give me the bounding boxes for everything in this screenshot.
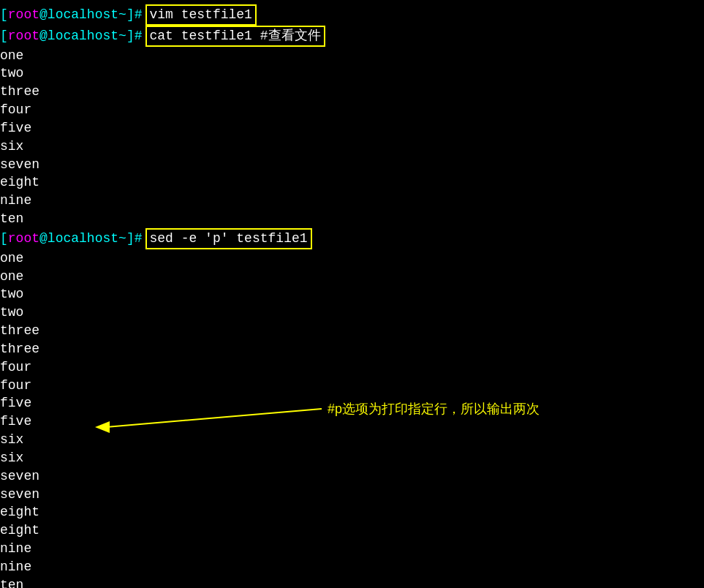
- prompt-host-3: localhost: [48, 230, 118, 248]
- prompt-at-1: @: [39, 6, 48, 24]
- prompt-hash-2: #: [135, 27, 143, 45]
- bracket-open-2: [: [0, 27, 8, 45]
- prompt-host-2: localhost: [48, 27, 118, 45]
- prompt-path-2: ~: [118, 27, 126, 45]
- command-box-3: sed -e 'p' testfile1: [145, 228, 312, 249]
- bracket-open-3: [: [0, 230, 8, 248]
- sed-out-2: one: [0, 268, 704, 286]
- prompt-hash-1: #: [135, 6, 143, 24]
- prompt-line-2: [root@localhost ~]# cat testfile1 #查看文件: [0, 26, 704, 47]
- output-line-4: four: [0, 101, 704, 119]
- sed-out-16: eight: [0, 521, 704, 540]
- prompt-path-1: ~: [118, 6, 126, 24]
- sed-out-9: five: [0, 394, 704, 412]
- command-box-1: vim testfile1: [145, 4, 257, 26]
- sed-out-15: eight: [0, 503, 704, 521]
- sed-out-8: four: [0, 377, 704, 395]
- prompt-path-3: ~: [118, 230, 126, 248]
- sed-out-18: nine: [0, 558, 704, 576]
- sed-out-17: nine: [0, 540, 704, 558]
- prompt-at-2: @: [39, 27, 48, 45]
- prompt-line-1: [root@localhost ~]# vim testfile1: [0, 4, 704, 26]
- sed-out-10: five: [0, 412, 704, 431]
- sed-out-7: four: [0, 358, 704, 377]
- sed-out-13: seven: [0, 467, 704, 486]
- output-line-7: seven: [0, 156, 704, 174]
- bracket-close-2: ]: [126, 27, 135, 45]
- prompt-hash-3: #: [135, 230, 143, 248]
- sed-out-14: seven: [0, 486, 704, 504]
- bracket-close-1: ]: [126, 6, 135, 24]
- sed-out-12: six: [0, 449, 704, 467]
- prompt-user-3: root: [8, 230, 39, 248]
- sed-output-section: one one two two three three four four fi…: [0, 249, 704, 588]
- bracket-open-1: [: [0, 6, 8, 24]
- annotation-row: five five #p选项为打印指定行，所以输出两次: [0, 394, 704, 431]
- sed-out-6: three: [0, 340, 704, 358]
- prompt-host-1: localhost: [48, 6, 118, 24]
- prompt-line-3: [root@localhost ~]# sed -e 'p' testfile1: [0, 228, 704, 249]
- sed-out-1: one: [0, 249, 704, 268]
- sed-out-5: three: [0, 322, 704, 340]
- output-line-1: one: [0, 47, 704, 65]
- output-line-9: nine: [0, 192, 704, 210]
- prompt-at-3: @: [39, 230, 48, 248]
- sed-out-4: two: [0, 304, 704, 322]
- sed-out-11: six: [0, 431, 704, 449]
- output-line-3: three: [0, 83, 704, 101]
- sed-out-3: two: [0, 285, 704, 304]
- sed-out-19: ten: [0, 576, 704, 588]
- command-box-2: cat testfile1 #查看文件: [145, 26, 325, 47]
- prompt-user-2: root: [8, 27, 39, 45]
- prompt-user-1: root: [8, 6, 39, 24]
- output-line-2: two: [0, 64, 704, 83]
- output-line-6: six: [0, 137, 704, 156]
- output-line-10: ten: [0, 210, 704, 228]
- output-line-8: eight: [0, 173, 704, 192]
- bracket-close-3: ]: [126, 230, 135, 248]
- output-line-5: five: [0, 119, 704, 137]
- terminal: [root@localhost ~]# vim testfile1 [root@…: [0, 3, 704, 588]
